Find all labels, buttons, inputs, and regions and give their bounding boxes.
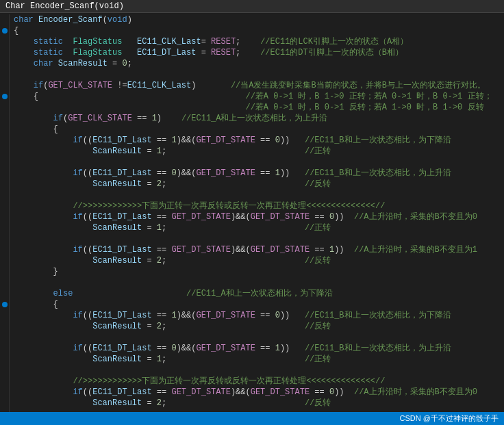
watermark-text: CSDN @千不过神评的骰子手 xyxy=(400,413,499,424)
code-content: ScanResult = 1; //正转 xyxy=(14,146,501,157)
line-gutter xyxy=(0,354,10,365)
line-gutter xyxy=(0,91,10,102)
line-gutter xyxy=(0,58,10,69)
code-content: if((EC11_DT_Last == 0)&&(GET_DT_STATE ==… xyxy=(14,343,501,354)
code-container: char Encoder_Scanf(void){ static FlagSta… xyxy=(0,13,504,425)
code-line xyxy=(0,365,504,376)
code-content xyxy=(14,233,501,244)
line-gutter xyxy=(0,47,10,58)
code-content: { //若A 0->1 时，B 1->0 正转；若A 0->1 时，B 0->1… xyxy=(14,91,501,102)
code-content: ScanResult = 2; //反转 xyxy=(14,321,501,332)
code-line: ScanResult = 1; //正转 xyxy=(0,146,504,157)
code-line: ScanResult = 2; //反转 xyxy=(0,321,504,332)
line-gutter xyxy=(0,266,10,277)
header-tab: Char Encoder_Scanf(void) xyxy=(5,1,124,11)
code-content: ScanResult = 2; //反转 xyxy=(14,398,501,409)
code-content: ScanResult = 1; //正转 xyxy=(14,354,501,365)
line-gutter xyxy=(0,190,10,201)
line-gutter xyxy=(0,233,10,244)
code-content: { xyxy=(14,299,501,310)
line-gutter xyxy=(0,80,10,91)
line-gutter xyxy=(0,321,10,332)
breakpoint-marker xyxy=(2,94,8,99)
line-gutter xyxy=(0,310,10,321)
line-gutter xyxy=(0,255,10,266)
code-content: char ScanResult = 0; xyxy=(14,58,501,69)
line-gutter xyxy=(0,157,10,168)
code-line: { //若A 0->1 时，B 1->0 正转；若A 0->1 时，B 0->1… xyxy=(0,91,504,102)
code-content xyxy=(14,69,501,80)
code-line: } xyxy=(0,266,504,277)
code-content: { xyxy=(14,124,501,135)
line-gutter xyxy=(0,69,10,80)
code-content: //若A 0->1 时，B 0->1 反转；若A 1->0 时，B 1->0 反… xyxy=(14,102,501,113)
code-line xyxy=(0,157,504,168)
code-content: if((EC11_DT_Last == 0)&&(GET_DT_STATE ==… xyxy=(14,168,501,179)
code-line: //>>>>>>>>>>>>下面为正转一次再反转或反转一次再正转处理<<<<<<… xyxy=(0,376,504,387)
code-content: if((EC11_DT_Last == 1)&&(GET_DT_STATE ==… xyxy=(14,310,501,321)
code-line: ScanResult = 2; //反转 xyxy=(0,398,504,409)
line-gutter xyxy=(0,277,10,288)
code-line: static FlagStatus EC11_DT_Last = RESET; … xyxy=(0,47,504,58)
code-content xyxy=(14,190,501,201)
code-line: if((EC11_DT_Last == GET_DT_STATE)&&(GET_… xyxy=(0,211,504,222)
line-gutter xyxy=(0,365,10,376)
code-line: if(GET_CLK_STATE !=EC11_CLK_Last) //当A发生… xyxy=(0,80,504,91)
code-line: //>>>>>>>>>>>>下面为正转一次再反转或反转一次再正转处理<<<<<<… xyxy=(0,201,504,211)
breakpoint-marker xyxy=(2,28,8,34)
code-content: if((EC11_DT_Last == 1)&&(GET_DT_STATE ==… xyxy=(14,135,501,146)
code-line: ScanResult = 2; //反转 xyxy=(0,179,504,190)
breakpoint-marker xyxy=(2,302,8,307)
header-bar: Char Encoder_Scanf(void) xyxy=(0,0,504,13)
code-content: } xyxy=(14,266,501,277)
code-line: ScanResult = 1; //正转 xyxy=(0,354,504,365)
code-line: ScanResult = 2; //反转 xyxy=(0,255,504,266)
code-content: //>>>>>>>>>>>>下面为正转一次再反转或反转一次再正转处理<<<<<<… xyxy=(14,201,501,211)
code-content: else //EC11_A和上一次状态相比，为下降沿 xyxy=(14,288,501,299)
code-content: if(GET_CLK_STATE !=EC11_CLK_Last) //当A发生… xyxy=(14,80,501,91)
code-content: //>>>>>>>>>>>>下面为正转一次再反转或反转一次再正转处理<<<<<<… xyxy=(14,376,501,387)
code-line: if(GET_CLK_STATE == 1) //EC11_A和上一次状态相比，… xyxy=(0,113,504,124)
code-line: if((EC11_DT_Last == 1)&&(GET_DT_STATE ==… xyxy=(0,310,504,321)
line-gutter xyxy=(0,343,10,354)
line-gutter xyxy=(0,387,10,398)
code-line: if((EC11_DT_Last == 0)&&(GET_DT_STATE ==… xyxy=(0,343,504,354)
line-gutter xyxy=(0,124,10,135)
code-line: { xyxy=(0,124,504,135)
line-gutter xyxy=(0,113,10,124)
code-content: ScanResult = 1; //正转 xyxy=(14,222,501,233)
code-line: { xyxy=(0,25,504,36)
code-content: if((EC11_DT_Last == GET_DT_STATE)&&(GET_… xyxy=(14,211,501,222)
code-content: char Encoder_Scanf(void) xyxy=(14,14,501,25)
line-gutter xyxy=(0,146,10,157)
footer-bar: CSDN @千不过神评的骰子手 xyxy=(0,412,504,425)
code-line xyxy=(0,277,504,288)
line-gutter xyxy=(0,179,10,190)
line-gutter xyxy=(0,332,10,343)
line-gutter xyxy=(0,25,10,36)
code-line xyxy=(0,332,504,343)
line-gutter xyxy=(0,398,10,409)
code-line xyxy=(0,69,504,80)
line-gutter xyxy=(0,222,10,233)
code-line: if((EC11_DT_Last == GET_DT_STATE)&&(GET_… xyxy=(0,244,504,255)
code-content: if((EC11_DT_Last == GET_DT_STATE)&&(GET_… xyxy=(14,387,501,398)
code-content: { xyxy=(14,25,501,36)
code-content xyxy=(14,277,501,288)
code-content: ScanResult = 2; //反转 xyxy=(14,255,501,266)
code-line: if((EC11_DT_Last == GET_DT_STATE)&&(GET_… xyxy=(0,387,504,398)
line-gutter xyxy=(0,201,10,211)
line-gutter xyxy=(0,36,10,47)
code-content xyxy=(14,332,501,343)
code-content: static FlagStatus EC11_DT_Last = RESET; … xyxy=(14,47,501,58)
code-content: static FlagStatus EC11_CLK_Last= RESET; … xyxy=(14,36,501,47)
code-line xyxy=(0,233,504,244)
line-gutter xyxy=(0,14,10,25)
code-line: else //EC11_A和上一次状态相比，为下降沿 xyxy=(0,288,504,299)
code-content xyxy=(14,157,501,168)
code-content xyxy=(14,365,501,376)
code-line xyxy=(0,190,504,201)
code-line: ScanResult = 1; //正转 xyxy=(0,222,504,233)
code-line: if((EC11_DT_Last == 1)&&(GET_DT_STATE ==… xyxy=(0,135,504,146)
line-gutter xyxy=(0,135,10,146)
